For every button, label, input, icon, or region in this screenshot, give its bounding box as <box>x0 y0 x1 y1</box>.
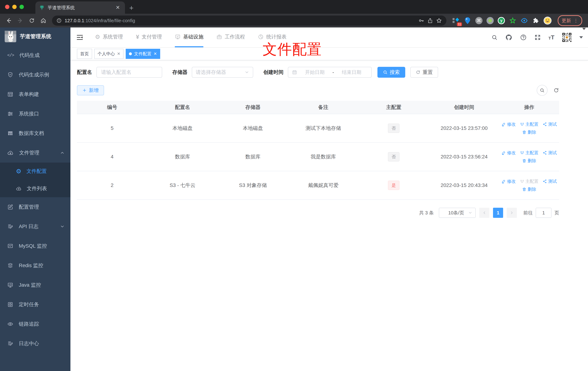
search-button[interactable]: 搜索 <box>378 67 405 78</box>
sidebar-item-file-management[interactable]: 文件管理 <box>0 143 70 163</box>
sidebar-item-config-management[interactable]: 配置管理 <box>0 197 70 217</box>
nav-item-workflow[interactable]: 工作流程 <box>216 27 245 47</box>
github-icon[interactable] <box>505 34 512 41</box>
next-page-button[interactable] <box>507 208 517 218</box>
sidebar-collapse-icon[interactable] <box>76 34 84 41</box>
site-info-icon[interactable] <box>56 18 62 23</box>
extension-pin-icon[interactable]: 11 <box>452 17 460 24</box>
close-window-button[interactable] <box>5 5 9 9</box>
sidebar-item-code-gen[interactable]: </> 代码生成 <box>0 45 70 65</box>
date-range-picker[interactable]: 开始日期 - 结束日期 <box>288 67 372 78</box>
delete-link[interactable]: 删除 <box>522 158 536 164</box>
tab-close-icon[interactable]: ✕ <box>114 4 121 11</box>
test-link[interactable]: 测试 <box>543 121 557 127</box>
sidebar-item-tracing[interactable]: 链路追踪 <box>0 314 70 334</box>
add-button[interactable]: 新增 <box>77 85 104 95</box>
sidebar-item-log-center[interactable]: 日志中心 <box>0 334 70 353</box>
edit-link[interactable]: 修改 <box>502 150 515 156</box>
bookmark-star-icon[interactable] <box>436 18 442 24</box>
tag-profile[interactable]: 个人中心 ✕ <box>94 49 124 59</box>
storage-filter-select[interactable]: 请选择存储器 <box>192 67 253 78</box>
master-badge: 否 <box>388 152 399 161</box>
sidebar-item-file-config[interactable]: ⚙ 文件配置 <box>0 163 70 180</box>
name-filter-input[interactable] <box>96 67 162 78</box>
sidebar-logo[interactable]: 芋道管理系统 <box>0 27 70 45</box>
help-icon[interactable] <box>520 34 527 41</box>
user-qr-avatar[interactable] <box>562 32 572 42</box>
extension-dot-icon[interactable] <box>486 17 494 24</box>
test-link[interactable]: 测试 <box>543 150 557 156</box>
prev-page-button[interactable] <box>479 208 489 218</box>
address-bar[interactable]: 127.0.0.1:1024/infra/file/file-config <box>52 16 446 26</box>
current-page-button[interactable]: 1 <box>493 208 503 218</box>
sidebar-item-redis-monitor[interactable]: Redis 监控 <box>0 256 70 275</box>
sidebar-item-api-log[interactable]: API 日志 <box>0 217 70 236</box>
refresh-table-icon[interactable] <box>553 87 559 93</box>
sidebar-item-form-builder[interactable]: 表单构建 <box>0 85 70 104</box>
delete-link[interactable]: 删除 <box>522 186 536 192</box>
new-tab-button[interactable]: + <box>129 4 134 11</box>
sidebar-item-mysql-monitor[interactable]: MySQL 监控 <box>0 236 70 256</box>
sidebar-item-system-api[interactable]: 系统接口 <box>0 104 70 124</box>
sidebar-item-file-list[interactable]: 文件列表 <box>0 180 70 197</box>
cell-id: 2 <box>77 171 147 200</box>
extension-command-icon[interactable]: ⌘ <box>475 17 483 24</box>
browser-toolbar: 127.0.0.1:1024/infra/file/file-config 11… <box>0 14 588 27</box>
font-size-icon[interactable]: TT <box>548 34 554 40</box>
date-start-placeholder[interactable]: 开始日期 <box>299 69 331 75</box>
sidebar-item-scheduled-jobs[interactable]: 定时任务 <box>0 295 70 314</box>
back-button[interactable] <box>4 16 14 26</box>
gear-icon: ⚙ <box>95 34 100 40</box>
test-link[interactable]: 测试 <box>543 179 557 184</box>
profile-avatar[interactable] <box>544 17 552 25</box>
nav-item-system[interactable]: ⚙ 系统管理 <box>95 27 123 47</box>
user-menu-caret-icon[interactable] <box>579 36 583 39</box>
extensions-puzzle-icon[interactable] <box>532 17 540 24</box>
url-text[interactable]: 127.0.0.1:1024/infra/file/file-config <box>65 18 415 23</box>
sidebar-item-code-gen-demo[interactable]: 代码生成示例 <box>0 65 70 85</box>
pagination: 共 3 条 10条/页 1 前往 页 <box>77 208 559 218</box>
cell-id: 4 <box>77 142 147 171</box>
extension-y-icon[interactable]: y <box>498 17 505 24</box>
sidebar-item-db-doc[interactable]: 数据库文档 <box>0 124 70 143</box>
home-button[interactable] <box>38 16 48 26</box>
plus-icon <box>82 88 87 93</box>
tags-view-bar: 首页 个人中心 ✕ 文件配置 ✕ <box>70 48 588 60</box>
nav-item-infrastructure[interactable]: 基础设施 <box>175 27 203 47</box>
master-config-link[interactable]: 主配置 <box>520 121 538 127</box>
layers-icon <box>7 263 13 269</box>
edit-link[interactable]: 修改 <box>502 121 515 127</box>
close-icon[interactable]: ✕ <box>117 52 120 56</box>
delete-link[interactable]: 删除 <box>522 129 536 135</box>
toggle-search-button[interactable] <box>537 85 547 96</box>
sidebar-item-java-monitor[interactable]: Java 监控 <box>0 275 70 295</box>
page-size-select[interactable]: 10条/页 <box>439 208 476 218</box>
browser-update-button[interactable]: 更新 ⋮ <box>558 15 582 26</box>
extension-eye-icon[interactable] <box>520 17 528 24</box>
tag-file-config[interactable]: 文件配置 ✕ <box>126 49 160 59</box>
edit-link[interactable]: 修改 <box>502 179 515 184</box>
search-icon[interactable] <box>491 34 497 41</box>
reload-button[interactable] <box>27 16 37 26</box>
master-config-link[interactable]: 主配置 <box>520 150 538 156</box>
extension-balloon-icon[interactable] <box>464 17 471 24</box>
share-icon[interactable] <box>427 18 433 23</box>
extension-star-icon[interactable] <box>509 17 516 24</box>
browser-tab[interactable]: 芋道管理系统 ✕ <box>35 1 125 14</box>
trash-icon <box>522 159 526 163</box>
page-jump-input[interactable] <box>536 208 552 218</box>
browser-menu-dots-icon[interactable]: ⋮ <box>574 18 578 23</box>
close-icon[interactable]: ✕ <box>154 52 157 56</box>
nav-item-payment[interactable]: ¥ 支付管理 <box>136 27 162 47</box>
fullscreen-icon[interactable] <box>534 34 541 41</box>
passwords-key-icon[interactable] <box>418 18 424 24</box>
reset-button[interactable]: 重置 <box>410 67 438 78</box>
forward-button[interactable] <box>15 16 25 26</box>
tag-home[interactable]: 首页 <box>77 49 92 59</box>
cell-name: S3 - 七牛云 <box>147 171 218 200</box>
minimize-window-button[interactable] <box>12 5 17 9</box>
maximize-window-button[interactable] <box>20 5 24 9</box>
cell-remark: 戴佩妮真可爱 <box>288 171 358 200</box>
date-end-placeholder[interactable]: 结束日期 <box>335 69 368 75</box>
page-jumper: 前往 页 <box>523 208 559 218</box>
